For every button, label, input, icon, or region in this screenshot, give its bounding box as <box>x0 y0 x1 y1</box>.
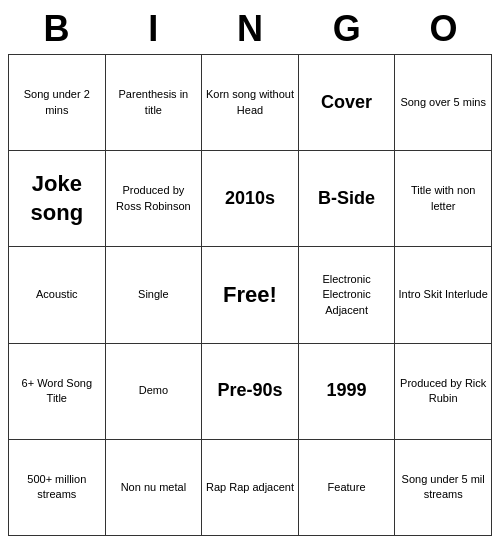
cell-4-0[interactable]: 500+ million streams <box>9 439 106 535</box>
cell-1-4[interactable]: Title with non letter <box>395 151 492 247</box>
cell-4-4[interactable]: Song under 5 mil streams <box>395 439 492 535</box>
cell-1-1[interactable]: Produced by Ross Robinson <box>105 151 202 247</box>
bingo-letter: N <box>202 8 299 50</box>
cell-0-4[interactable]: Song over 5 mins <box>395 55 492 151</box>
cell-0-1[interactable]: Parenthesis in title <box>105 55 202 151</box>
bingo-letter: I <box>105 8 202 50</box>
cell-2-3[interactable]: Electronic Electronic Adjacent <box>298 247 395 343</box>
cell-4-1[interactable]: Non nu metal <box>105 439 202 535</box>
cell-0-0[interactable]: Song under 2 mins <box>9 55 106 151</box>
cell-3-0[interactable]: 6+ Word Song Title <box>9 343 106 439</box>
cell-0-2[interactable]: Korn song without Head <box>202 55 299 151</box>
cell-3-4[interactable]: Produced by Rick Rubin <box>395 343 492 439</box>
bingo-letter: O <box>395 8 492 50</box>
cell-2-0[interactable]: Acoustic <box>9 247 106 343</box>
bingo-letter: B <box>8 8 105 50</box>
cell-4-2[interactable]: Rap Rap adjacent <box>202 439 299 535</box>
cell-1-3[interactable]: B-Side <box>298 151 395 247</box>
cell-3-3[interactable]: 1999 <box>298 343 395 439</box>
cell-2-1[interactable]: Single <box>105 247 202 343</box>
cell-2-2[interactable]: Free! <box>202 247 299 343</box>
cell-1-0[interactable]: Joke song <box>9 151 106 247</box>
cell-1-2[interactable]: 2010s <box>202 151 299 247</box>
cell-3-1[interactable]: Demo <box>105 343 202 439</box>
cell-0-3[interactable]: Cover <box>298 55 395 151</box>
cell-4-3[interactable]: Feature <box>298 439 395 535</box>
cell-3-2[interactable]: Pre-90s <box>202 343 299 439</box>
bingo-grid: Song under 2 minsParenthesis in titleKor… <box>8 54 492 536</box>
bingo-letter: G <box>298 8 395 50</box>
bingo-title-row: BINGO <box>8 8 492 50</box>
cell-2-4[interactable]: Intro Skit Interlude <box>395 247 492 343</box>
